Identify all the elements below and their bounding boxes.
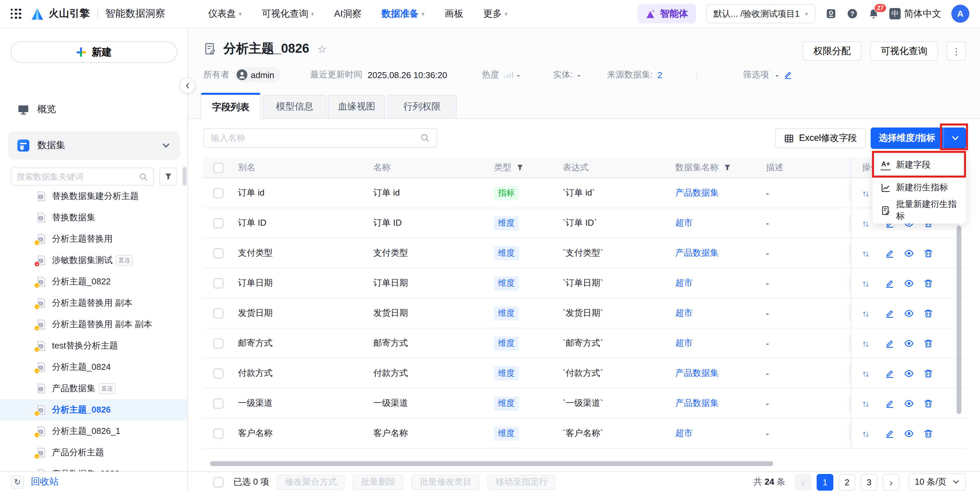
menu-item-new-derived-metric[interactable]: 新建衍生指标 xyxy=(873,176,966,199)
dataset-link[interactable]: 产品数据集 xyxy=(675,367,719,379)
help-icon[interactable] xyxy=(847,8,858,19)
menu-item-ai-insight[interactable]: AI洞察 xyxy=(334,8,361,20)
delete-icon[interactable] xyxy=(923,368,933,378)
sidebar-item-overview[interactable]: 概览 xyxy=(8,96,180,123)
page-size-select[interactable]: 10 条/页 xyxy=(908,473,966,490)
dataset-link[interactable]: 超市 xyxy=(675,337,693,349)
vertical-scrollbar[interactable] xyxy=(957,226,961,414)
view-icon[interactable] xyxy=(904,398,914,408)
dataset-link[interactable]: 超市 xyxy=(675,217,693,229)
avatar[interactable]: A xyxy=(951,5,969,23)
dataset-list-item[interactable]: 替换数据集 xyxy=(0,207,187,228)
edit-icon[interactable] xyxy=(885,368,895,378)
delete-icon[interactable] xyxy=(923,248,933,258)
permission-button[interactable]: 权限分配 xyxy=(803,42,861,61)
dataset-list-item[interactable]: 分析主题替换用 副本 副本 xyxy=(0,314,187,335)
sidebar-item-dataset-group[interactable]: 数据集 xyxy=(8,131,180,160)
sidebar-scrollbar[interactable] xyxy=(183,167,187,185)
move-row-icon[interactable]: ↑↓ xyxy=(862,398,875,408)
dataset-list-item[interactable]: 替换数据集建分析主题 xyxy=(0,185,187,207)
dataset-list-item[interactable]: 分析主题_0822 xyxy=(0,271,187,292)
dataset-list-item[interactable]: 分析主题替换用 xyxy=(0,228,187,250)
row-checkbox[interactable] xyxy=(213,218,223,228)
row-checkbox[interactable] xyxy=(213,278,223,288)
delete-icon[interactable] xyxy=(923,428,933,438)
menu-item-canvas[interactable]: 画板 xyxy=(445,8,463,20)
edit-filter-icon[interactable] xyxy=(783,70,792,80)
select-dimension-metric-button[interactable]: 选择维度/指标 xyxy=(871,128,943,149)
new-button[interactable]: 新建 xyxy=(11,42,177,63)
move-row-icon[interactable]: ↑↓ xyxy=(862,338,875,348)
move-row-icon[interactable]: ↑↓ xyxy=(862,308,875,318)
move-row-icon[interactable]: ↑↓ xyxy=(862,428,875,438)
brand[interactable]: 火山引擎 智能数据洞察 xyxy=(31,7,165,20)
footer-select-all-checkbox[interactable] xyxy=(213,477,223,487)
name-search[interactable] xyxy=(203,128,438,147)
dataset-list-item[interactable]: 分析主题_0824 xyxy=(0,356,187,378)
delete-icon[interactable] xyxy=(923,398,933,408)
menu-item-visual-query[interactable]: 可视化查询▾ xyxy=(262,8,314,20)
page-button-2[interactable]: 2 xyxy=(838,474,855,490)
dataset-search[interactable] xyxy=(11,168,154,185)
edit-icon[interactable] xyxy=(885,248,895,258)
dataset-list-item[interactable]: test替换分析主题 xyxy=(0,335,187,356)
owner-pill[interactable]: admin xyxy=(235,67,281,82)
dataset-link[interactable]: 超市 xyxy=(675,277,693,289)
view-icon[interactable] xyxy=(904,428,914,438)
batch-delete-button[interactable]: 批量删除 xyxy=(353,474,404,490)
more-actions-button[interactable]: ⋮ xyxy=(947,42,966,61)
menu-item-dashboard[interactable]: 仪表盘▾ xyxy=(208,8,242,20)
dataset-link[interactable]: 产品数据集 xyxy=(675,397,719,409)
tab-lineage-view[interactable]: 血缘视图 xyxy=(328,95,385,119)
console-icon[interactable] xyxy=(825,8,837,19)
view-icon[interactable] xyxy=(904,308,914,318)
visual-query-button[interactable]: 可视化查询 xyxy=(870,42,938,61)
project-select[interactable]: 默认... /验收测试项目1 ▾ xyxy=(706,4,815,23)
horizontal-scrollbar[interactable] xyxy=(210,461,773,466)
move-to-row-button[interactable]: 移动至指定行 xyxy=(488,474,556,490)
edit-icon[interactable] xyxy=(885,428,895,438)
select-all-checkbox[interactable] xyxy=(213,163,223,173)
menu-item-more[interactable]: 更多▾ xyxy=(483,8,508,20)
next-page-button[interactable]: › xyxy=(883,474,899,490)
dataset-list-item[interactable]: 涉敏数据集测试直连 xyxy=(0,250,187,271)
edit-icon[interactable] xyxy=(885,338,895,348)
row-checkbox[interactable] xyxy=(213,368,223,378)
dataset-list-item[interactable]: 分析主题_0826_1 xyxy=(0,420,187,442)
move-row-icon[interactable]: ↑↓ xyxy=(862,278,875,288)
notifications[interactable]: 27 xyxy=(868,8,879,19)
move-row-icon[interactable]: ↑↓ xyxy=(862,368,875,378)
batch-modify-category-button[interactable]: 批量修改类目 xyxy=(412,474,480,490)
dataset-filter-button[interactable] xyxy=(159,168,177,185)
edit-icon[interactable] xyxy=(885,398,895,408)
dataset-link[interactable]: 产品数据集 xyxy=(675,187,719,199)
source-dataset-count[interactable]: 2 xyxy=(657,70,662,80)
view-icon[interactable] xyxy=(904,338,914,348)
tab-model-info[interactable]: 模型信息 xyxy=(262,95,327,119)
agent-button[interactable]: 智能体 xyxy=(637,4,696,23)
excel-edit-fields-button[interactable]: Excel修改字段 xyxy=(775,128,866,148)
language-switch[interactable]: 中 简体中文 xyxy=(889,8,941,20)
dataset-filter-icon[interactable] xyxy=(723,163,731,172)
edit-icon[interactable] xyxy=(885,308,895,318)
page-button-1[interactable]: 1 xyxy=(817,474,833,490)
dataset-search-input[interactable] xyxy=(17,172,138,181)
dataset-link[interactable]: 超市 xyxy=(675,427,693,439)
dataset-list-item[interactable]: 产品数据集直连 xyxy=(0,378,187,399)
select-dimension-metric-dropdown-button[interactable] xyxy=(943,128,966,149)
favorite-star-icon[interactable]: ☆ xyxy=(317,42,327,55)
delete-icon[interactable] xyxy=(923,308,933,318)
view-icon[interactable] xyxy=(904,278,914,288)
row-checkbox[interactable] xyxy=(213,188,223,198)
row-checkbox[interactable] xyxy=(213,338,223,348)
batch-modify-aggregation-button[interactable]: 修改聚合方式 xyxy=(277,474,345,490)
sidebar-collapse-button[interactable] xyxy=(179,77,195,93)
dataset-list-item-selected[interactable]: 分析主题_0826 xyxy=(0,399,187,420)
dataset-link[interactable]: 超市 xyxy=(675,307,693,319)
dataset-list-item[interactable]: 产品分析主题 xyxy=(0,442,187,463)
delete-icon[interactable] xyxy=(923,278,933,288)
row-checkbox[interactable] xyxy=(213,308,223,318)
view-icon[interactable] xyxy=(904,368,914,378)
delete-icon[interactable] xyxy=(923,338,933,348)
tab-field-list[interactable]: 字段列表 xyxy=(200,93,261,120)
